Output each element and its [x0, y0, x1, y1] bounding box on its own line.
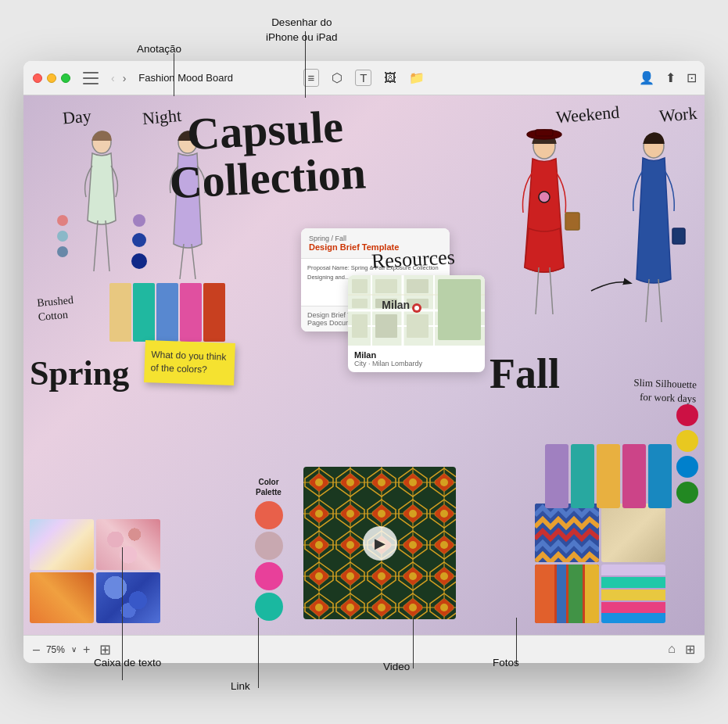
- close-button[interactable]: [33, 73, 42, 83]
- map-visual: Milan: [348, 275, 485, 346]
- svg-rect-55: [568, 565, 583, 623]
- svg-line-48: [646, 279, 649, 322]
- play-button[interactable]: ▶: [363, 526, 397, 561]
- photo-grid-right: [535, 504, 665, 623]
- image-grid-left: [30, 519, 160, 623]
- capsule-line2: Collection: [168, 147, 367, 208]
- grid-img-3: [30, 572, 94, 623]
- svg-rect-50: [672, 228, 685, 244]
- palette-swatch-teal: [255, 593, 283, 621]
- palette-swatch-orange: [255, 501, 283, 529]
- zoom-level-text: 75%: [46, 644, 65, 655]
- svg-point-6: [57, 215, 68, 226]
- folder-icon[interactable]: 📁: [409, 70, 425, 85]
- right-fabric-swatches-vertical: [545, 444, 672, 508]
- forward-arrow[interactable]: ›: [120, 70, 130, 86]
- swatch-green: [676, 482, 698, 504]
- nav-arrows: ‹ ›: [108, 70, 129, 86]
- zoom-dropdown-button[interactable]: ∨: [71, 645, 77, 654]
- svg-point-7: [57, 231, 68, 242]
- shape-insert-icon[interactable]: ⬡: [332, 70, 342, 85]
- traffic-lights: [33, 73, 70, 83]
- fall-label: Fall: [490, 349, 560, 398]
- zoom-minus-button[interactable]: –: [33, 643, 40, 657]
- svg-point-9: [133, 214, 145, 227]
- annotation-label-anotacao: Anotação: [137, 43, 181, 55]
- image-insert-icon[interactable]: 🖼: [384, 71, 396, 85]
- map-card[interactable]: Milan Milan City · Milan Lombardy: [348, 275, 485, 372]
- svg-rect-26: [375, 314, 397, 338]
- right-fashion-sketch: [493, 127, 697, 346]
- brushed-cotton-label: Brushed Cotton: [37, 293, 76, 324]
- slim-silhouette-label: Slim Silhouette for work days: [633, 376, 698, 407]
- svg-line-49: [658, 279, 662, 322]
- bottom-grid-icon[interactable]: ⊞: [685, 642, 695, 657]
- titlebar: ‹ › Fashion Mood Board ≡ ⬡ T 🖼 📁 👤 ⬆ ⊡: [23, 61, 705, 95]
- color-palette-label: Color Palette: [247, 477, 290, 497]
- bottom-home-icon[interactable]: ⌂: [668, 642, 676, 657]
- grid-img-4: [96, 572, 160, 623]
- zoom-plus-button[interactable]: +: [83, 643, 90, 657]
- minimize-button[interactable]: [47, 73, 56, 83]
- weekend-work-container: Weekend Work: [556, 105, 697, 125]
- resources-label: Resources: [371, 246, 455, 274]
- svg-rect-19: [352, 279, 368, 293]
- svg-rect-44: [536, 130, 553, 136]
- desenhar-text: Desenhar do iPhone ou iPad: [266, 16, 338, 43]
- svg-rect-61: [601, 602, 665, 613]
- annotation-label-video: Video: [383, 661, 410, 672]
- back-arrow[interactable]: ‹: [108, 70, 118, 86]
- svg-line-41: [536, 267, 539, 314]
- svg-rect-25: [352, 314, 368, 338]
- canvas-area: Capsule Collection Day Night: [23, 95, 705, 635]
- sticky-note[interactable]: What do you think of the colors?: [144, 340, 235, 385]
- share-icon[interactable]: ⬆: [665, 70, 676, 85]
- map-footer: Milan City · Milan Lombardy: [348, 346, 485, 372]
- annotation-label-desenhar: Desenhar do iPhone ou iPad: [266, 16, 338, 45]
- mood-board: Capsule Collection Day Night: [23, 95, 705, 635]
- day-night-container: Day Night: [63, 107, 181, 127]
- photo-beige-fabric: [601, 504, 665, 562]
- svg-rect-60: [601, 590, 665, 600]
- textbox-insert-icon[interactable]: T: [355, 70, 371, 86]
- svg-rect-58: [601, 565, 665, 575]
- fullscreen-icon[interactable]: ⊡: [687, 70, 697, 85]
- right-color-swatches: [676, 404, 698, 504]
- collaborate-icon[interactable]: 👤: [639, 70, 654, 85]
- svg-rect-62: [601, 613, 665, 623]
- annotation-label-link: Link: [231, 680, 250, 692]
- map-city-overlay: Milan: [382, 299, 410, 311]
- sticky-note-text: What do you think of the colors?: [151, 349, 227, 375]
- grid-img-2: [96, 519, 160, 570]
- toolbar-center: ≡ ⬡ T 🖼 📁: [303, 69, 425, 87]
- swatch-crimson: [676, 404, 698, 426]
- swatch-yellow: [676, 430, 698, 452]
- video-thumbnail[interactable]: ▶: [303, 467, 456, 619]
- svg-rect-59: [601, 577, 665, 588]
- capsule-collection-text: Capsule Collection: [168, 107, 364, 203]
- maximize-button[interactable]: [61, 73, 70, 83]
- svg-rect-22: [352, 299, 368, 308]
- svg-rect-54: [557, 565, 566, 623]
- add-page-button[interactable]: ⊞: [99, 641, 111, 658]
- toolbar-right: 👤 ⬆ ⊡: [639, 70, 697, 85]
- svg-rect-27: [407, 314, 429, 338]
- swatch-blue: [676, 456, 698, 478]
- svg-point-30: [414, 306, 419, 310]
- weekend-label: Weekend: [555, 102, 620, 128]
- svg-point-46: [539, 192, 550, 203]
- svg-rect-20: [375, 279, 397, 293]
- palette-swatch-pink-light: [255, 532, 283, 560]
- palette-swatch-pink: [255, 562, 283, 590]
- svg-line-5: [192, 244, 195, 279]
- annotation-label-caixa: Caixa de texto: [94, 657, 161, 668]
- svg-line-1: [94, 220, 98, 271]
- bottom-right-icons: ⌂ ⊞: [668, 642, 695, 657]
- day-label: Day: [62, 106, 92, 128]
- work-label: Work: [658, 103, 698, 127]
- sidebar-toggle-button[interactable]: [83, 72, 99, 84]
- svg-point-11: [131, 253, 147, 269]
- svg-rect-53: [535, 565, 554, 623]
- spring-label: Spring: [30, 353, 129, 393]
- svg-line-4: [180, 244, 184, 279]
